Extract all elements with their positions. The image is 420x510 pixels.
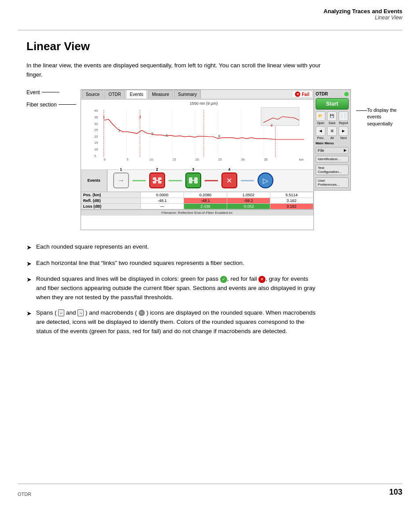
intro-paragraph: In the linear view, the events are displ… xyxy=(26,61,335,80)
event-number-4: 4 xyxy=(227,167,231,172)
footer: OTDR 103 xyxy=(18,484,402,497)
open-button[interactable]: 📂 xyxy=(316,111,325,121)
green-check-icon: ✓ xyxy=(220,276,227,283)
svg-rect-29 xyxy=(261,107,299,126)
report-button[interactable]: 📄 xyxy=(339,111,348,121)
table-cell-loss-0: — xyxy=(141,203,184,209)
svg-text:25: 25 xyxy=(218,158,221,161)
tab-otdr[interactable]: OTDR xyxy=(104,90,125,99)
prev-button[interactable]: ◀ xyxy=(316,126,325,136)
svg-text:10: 10 xyxy=(149,158,153,161)
bullet-arrow-4: ➤ xyxy=(26,309,32,319)
fail-x-icon: ✕ xyxy=(295,92,300,97)
chart-svg: 40 35 30 25 20 15 10 5 0 5 10 15 20 25 3… xyxy=(94,106,313,161)
svg-text:km: km xyxy=(299,158,303,161)
left-labels: Event Fiber section xyxy=(26,89,76,140)
svg-text:30: 30 xyxy=(241,158,244,161)
events-section-label: Events xyxy=(81,170,107,191)
svg-text:40: 40 xyxy=(94,109,98,113)
otdr-panel: OTDR Start 📂 Open 💾 Save 📄 Report xyxy=(314,89,351,191)
all-button[interactable]: ⊞ xyxy=(327,126,337,136)
event-label-item: Event xyxy=(26,89,76,95)
svg-text:5: 5 xyxy=(94,154,96,158)
test-configuration-button[interactable]: Test Configuration... xyxy=(316,165,349,175)
status-dot xyxy=(344,92,349,96)
header-rule xyxy=(18,30,402,30)
bullet-text-3: Rounded squares and lines will be displa… xyxy=(36,275,318,302)
svg-text:35: 35 xyxy=(94,115,98,119)
fail-label: Fail xyxy=(302,92,309,97)
tab-events[interactable]: Events xyxy=(126,90,147,99)
bullet-item-4: ➤ Spans ( ⌐ and ¬ ) and macrobends ( ∿ )… xyxy=(26,308,402,336)
fiber-section-label-item: Fiber section xyxy=(26,102,76,108)
bullet-item-2: ➤ Each horizontal line that “links” two … xyxy=(26,259,402,269)
data-table: Pos. (km) 0.0000 0.2080 1.0502 5.5114 Re… xyxy=(81,192,313,209)
svg-text:5: 5 xyxy=(126,158,128,161)
table-row-pos: Pos. (km) 0.0000 0.2080 1.0502 5.5114 xyxy=(81,192,313,198)
table-cell-loss-3: 3.162 xyxy=(270,203,313,209)
otdr-panel-label: OTDR xyxy=(316,92,328,96)
tab-measure[interactable]: Measure xyxy=(148,90,173,99)
event-icon-5[interactable]: ▷ xyxy=(258,172,273,188)
file-menu-item[interactable]: File ▶ xyxy=(316,147,349,154)
annotation-dash xyxy=(356,110,367,111)
bullet-arrow-2: ➤ xyxy=(26,259,32,269)
chart-area: 1550 nm (9 µm) 40 35 30 25 20 15 10 5 0 … xyxy=(81,99,313,170)
annotation-line: To display the events sequentially xyxy=(356,107,402,127)
table-cell-pos-0: 0.0000 xyxy=(141,192,184,198)
svg-text:3: 3 xyxy=(118,128,120,133)
tab-summary[interactable]: Summary xyxy=(174,90,201,99)
event-number-3: 3 xyxy=(191,167,195,172)
svg-text:25: 25 xyxy=(94,128,98,132)
bullet-text-4: Spans ( ⌐ and ¬ ) and macrobends ( ∿ ) i… xyxy=(36,308,318,336)
table-cell-refl-1: -48.1 xyxy=(184,198,227,203)
event-icon-2[interactable]: 2 xyxy=(149,172,165,188)
file-menu-label: File xyxy=(318,148,324,153)
svg-rect-42 xyxy=(189,177,192,183)
next-button[interactable]: ▶ xyxy=(339,126,348,136)
table-cell-refl-0: -48.1 xyxy=(141,198,184,203)
event-label-line xyxy=(42,92,59,92)
svg-text:5: 5 xyxy=(151,132,154,136)
bullet-item-1: ➤ Each rounded square represents an even… xyxy=(26,242,402,253)
svg-text:20: 20 xyxy=(94,135,98,139)
all-label: All xyxy=(330,136,334,139)
table-row-refl: Refl. (dB) -48.1 -48.1 -59.2 3.162 xyxy=(81,198,313,203)
header: Analyzing Traces and Events Linear View xyxy=(324,8,402,21)
bullet-arrow-3: ➤ xyxy=(26,275,32,285)
macrobend-icon: ∿ xyxy=(139,310,145,316)
connector-4-5 xyxy=(241,180,254,181)
connector-3-4 xyxy=(205,180,218,181)
annotation-area: To display the events sequentially xyxy=(356,89,402,127)
main-content: Linear View In the linear view, the even… xyxy=(26,40,402,342)
footer-left: OTDR xyxy=(18,492,31,497)
bullet-text-2: Each horizontal line that “links” two ro… xyxy=(36,259,244,268)
identification-button[interactable]: Identification... xyxy=(316,156,349,162)
span-icon-1: ⌐ xyxy=(58,309,64,316)
file-menu-arrow: ▶ xyxy=(344,148,346,152)
red-x-icon: ✕ xyxy=(258,276,265,283)
event-icon-4[interactable]: 4 ✕ xyxy=(221,172,237,188)
table-label-loss: Loss (dB) xyxy=(81,203,140,209)
start-button[interactable]: Start xyxy=(316,98,349,110)
user-preferences-button[interactable]: User Preferences... xyxy=(316,177,349,188)
tab-source[interactable]: Source xyxy=(82,90,104,99)
save-button[interactable]: 💾 xyxy=(327,111,337,121)
main-menu-label: Main Menu xyxy=(316,141,334,145)
chart-title: 1550 nm (9 µm) xyxy=(94,101,313,106)
fiber-section-label-line xyxy=(59,104,76,105)
footer-page-number: 103 xyxy=(389,488,402,497)
open-label: Open xyxy=(317,121,324,125)
next-label: Next xyxy=(340,136,346,139)
svg-text:8: 8 xyxy=(218,134,220,139)
tab-bar: Source OTDR Events Measure Summary ✕ Fai… xyxy=(81,90,313,99)
table-cell-refl-2: -59.2 xyxy=(227,198,270,203)
svg-text:1: 1 xyxy=(103,115,105,119)
ui-mockup: Source OTDR Events Measure Summary ✕ Fai… xyxy=(81,89,314,230)
event-icon-3[interactable]: 3 xyxy=(185,172,201,188)
event-icon-1[interactable]: 1 → xyxy=(113,172,129,188)
report-label: Report xyxy=(339,121,348,125)
bullet-item-3: ➤ Rounded squares and lines will be disp… xyxy=(26,275,402,302)
svg-text:6: 6 xyxy=(166,133,168,138)
svg-text:3: 3 xyxy=(139,115,141,119)
